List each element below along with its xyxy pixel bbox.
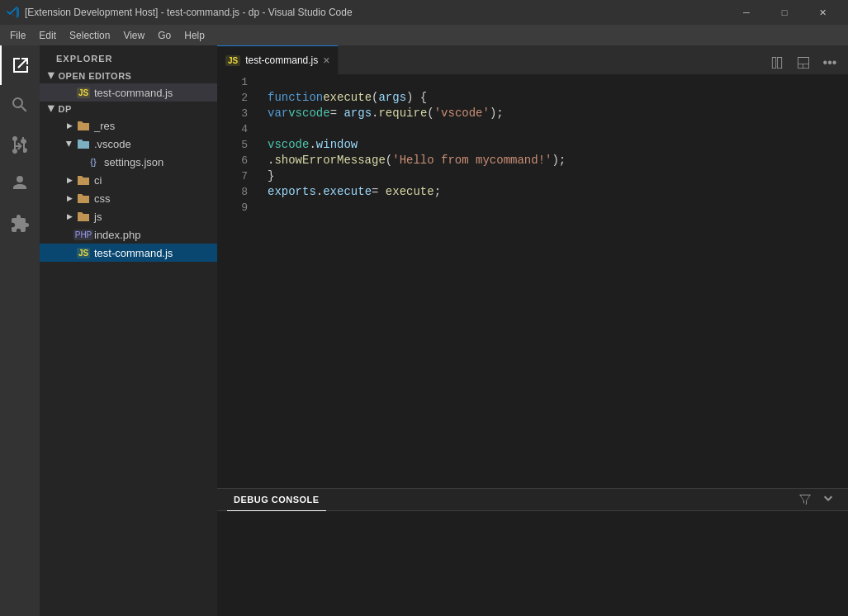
panel-header: DEBUG CONSOLE: [217, 489, 848, 511]
js-folder-icon: [76, 210, 91, 223]
vscode-folder-icon: [76, 137, 91, 150]
open-editors-arrow: ▶: [47, 73, 56, 80]
tab-actions: •••: [765, 51, 848, 74]
title-bar-left: [Extension Development Host] - test-comm…: [7, 6, 353, 19]
css-folder-icon: [76, 192, 91, 205]
testcmd-label: test-command.js: [94, 247, 173, 259]
close-button[interactable]: ✕: [803, 0, 841, 25]
menu-bar: File Edit Selection View Go Help: [0, 25, 848, 45]
code-line-2: function execute(args) {: [268, 90, 848, 106]
line-num-4: 4: [217, 121, 248, 137]
index-label: index.php: [94, 229, 140, 241]
vscode-arrow: ▶: [65, 137, 73, 150]
panel: DEBUG CONSOLE: [217, 488, 848, 616]
php-file-icon: PHP: [76, 228, 91, 241]
settings-label: settings.json: [104, 156, 163, 168]
code-line-7: }: [268, 168, 848, 184]
css-arrow: ▶: [63, 194, 76, 202]
maximize-button[interactable]: □: [765, 0, 803, 25]
window-controls[interactable]: ─ □ ✕: [727, 0, 841, 25]
tab-close-button[interactable]: ×: [323, 54, 329, 66]
line-num-2: 2: [217, 90, 248, 106]
tree-item-settings[interactable]: {} settings.json: [40, 153, 217, 171]
source-control-activity-icon[interactable]: [0, 125, 40, 164]
code-content[interactable]: function execute(args) { var vscode = ar…: [254, 74, 848, 488]
menu-help[interactable]: Help: [178, 25, 211, 45]
editor-area: JS test-command.js × ••• 1 2 3 4 5: [217, 45, 848, 616]
line-num-6: 6: [217, 153, 248, 168]
tree-item-testcmd[interactable]: JS test-command.js: [40, 244, 217, 262]
tab-js-icon: JS: [225, 55, 240, 66]
code-line-1: [268, 74, 848, 90]
line-num-5: 5: [217, 137, 248, 153]
open-editor-file[interactable]: JS test-command.js: [40, 83, 217, 102]
code-line-6: .showErrorMessage('Hello from mycommand!…: [268, 153, 848, 168]
testcmd-js-icon: JS: [76, 246, 91, 259]
debug-activity-icon[interactable]: [0, 164, 40, 204]
line-numbers: 1 2 3 4 5 6 7 8 9: [217, 74, 254, 488]
code-line-9: [268, 200, 848, 216]
tree-item-ci[interactable]: ▶ ci: [40, 171, 217, 189]
json-file-icon: {}: [86, 155, 101, 168]
debug-console-tab[interactable]: DEBUG CONSOLE: [227, 489, 326, 511]
dp-label: DP: [59, 104, 72, 114]
css-label: css: [94, 192, 111, 205]
more-actions-button[interactable]: •••: [818, 51, 841, 74]
panel-content: [217, 511, 848, 616]
split-editor-button[interactable]: [765, 51, 789, 74]
panel-actions: [795, 490, 838, 509]
vscode-label: .vscode: [94, 138, 131, 150]
minimize-button[interactable]: ─: [727, 0, 765, 25]
main-layout: EXPLORER ▶ OPEN EDITORS JS test-command.…: [0, 45, 848, 616]
code-line-5: vscode.window: [268, 137, 848, 153]
line-num-7: 7: [217, 168, 248, 184]
menu-view[interactable]: View: [116, 25, 151, 45]
tree-item-js[interactable]: ▶ js: [40, 207, 217, 225]
menu-edit[interactable]: Edit: [32, 25, 63, 45]
sidebar: EXPLORER ▶ OPEN EDITORS JS test-command.…: [40, 45, 217, 616]
dp-arrow: ▶: [47, 106, 56, 113]
code-editor[interactable]: 1 2 3 4 5 6 7 8 9 function execute(args)…: [217, 74, 848, 488]
tab-bar: JS test-command.js × •••: [217, 45, 848, 74]
explorer-activity-icon[interactable]: [0, 45, 40, 85]
filter-logs-button[interactable]: [795, 490, 815, 509]
ci-arrow: ▶: [63, 176, 76, 184]
ci-label: ci: [94, 174, 102, 187]
open-editors-header[interactable]: ▶ OPEN EDITORS: [40, 69, 217, 83]
code-line-4: [268, 121, 848, 137]
line-num-8: 8: [217, 184, 248, 200]
vscode-icon: [7, 6, 20, 19]
tree-item-res[interactable]: ▶ _res: [40, 116, 217, 135]
extensions-activity-icon[interactable]: [0, 204, 40, 244]
layout-button[interactable]: [792, 51, 815, 74]
line-num-9: 9: [217, 200, 248, 216]
js-file-icon: JS: [76, 86, 91, 99]
editor-tab-testcmd[interactable]: JS test-command.js ×: [217, 45, 339, 74]
search-activity-icon[interactable]: [0, 85, 40, 125]
js-arrow: ▶: [63, 212, 76, 220]
window-title: [Extension Development Host] - test-comm…: [25, 7, 353, 18]
panel-chevron-button[interactable]: [818, 490, 838, 509]
tree-item-index[interactable]: PHP index.php: [40, 225, 217, 244]
open-editor-filename: test-command.js: [94, 87, 173, 99]
activity-bar: [0, 45, 40, 616]
line-num-3: 3: [217, 106, 248, 121]
menu-selection[interactable]: Selection: [63, 25, 116, 45]
line-num-1: 1: [217, 74, 248, 90]
menu-go[interactable]: Go: [151, 25, 178, 45]
file-tree: ▶ _res ▶ .vscode {} settings.js: [40, 116, 217, 616]
open-editors-label: OPEN EDITORS: [59, 71, 132, 81]
res-folder-icon: [76, 119, 91, 132]
ci-folder-icon: [76, 173, 91, 187]
js-dir-label: js: [94, 211, 102, 223]
code-line-3: var vscode = args.require('vscode');: [268, 106, 848, 121]
tree-item-css[interactable]: ▶ css: [40, 189, 217, 207]
code-line-8: exports.execute = execute;: [268, 184, 848, 200]
title-bar: [Extension Development Host] - test-comm…: [0, 0, 848, 25]
sidebar-title: EXPLORER: [40, 45, 217, 69]
res-label: _res: [94, 120, 115, 132]
tree-item-vscode[interactable]: ▶ .vscode: [40, 135, 217, 153]
menu-file[interactable]: File: [3, 25, 32, 45]
res-arrow: ▶: [63, 121, 76, 130]
dp-root-header[interactable]: ▶ DP: [40, 102, 217, 116]
